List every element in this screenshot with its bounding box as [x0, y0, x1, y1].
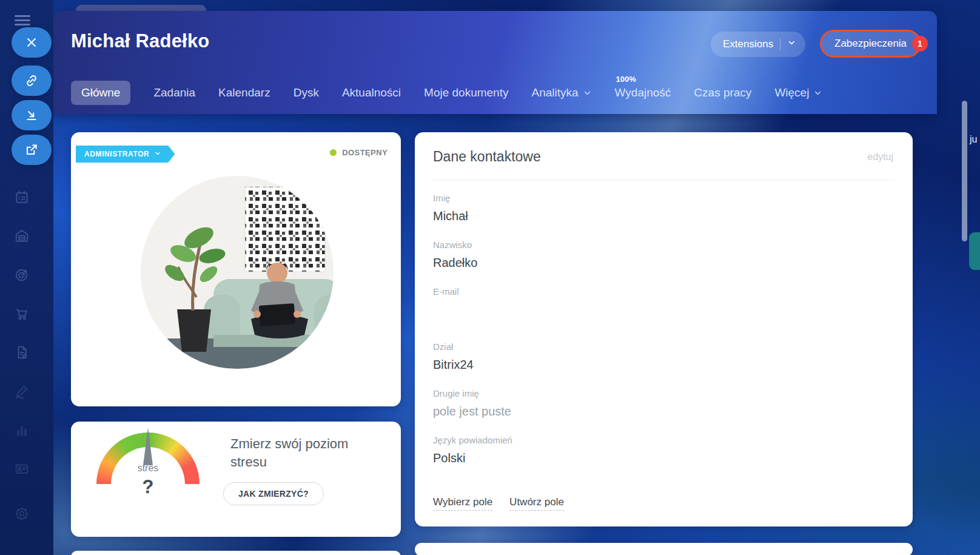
tab-label: Dysk: [294, 86, 319, 99]
sidebar-item-crm-target[interactable]: [12, 266, 32, 286]
open-external-button[interactable]: [12, 135, 52, 165]
scrollbar[interactable]: [962, 101, 967, 241]
page-title: Michał Radełko: [71, 30, 209, 52]
field-value: pole jest puste: [433, 403, 512, 419]
status-dot: [330, 149, 337, 156]
extensions-button[interactable]: Extensions: [711, 32, 805, 57]
clipped-text-fragment: ju: [970, 134, 977, 145]
gauge-label: stres: [96, 463, 200, 474]
tab-moje-dokumenty[interactable]: Moje dokumenty: [424, 86, 508, 99]
target-icon: [14, 267, 30, 285]
tab-label: Analityka: [531, 86, 578, 99]
tab-label: Więcej: [774, 86, 809, 99]
field-label: Drugie imię: [433, 388, 512, 399]
cart-icon: [14, 306, 30, 324]
profile-card: ADMINISTRATOR DOSTĘPNY: [71, 132, 401, 406]
field-value: [433, 301, 512, 326]
how-to-measure-button[interactable]: JAK ZMIERZYĆ?: [223, 482, 324, 505]
field-drugie-imie: Drugie imiępole jest puste: [433, 388, 512, 419]
sidebar-item-settings-gear[interactable]: [12, 505, 32, 525]
tab-label: Wydajność: [615, 86, 671, 99]
chevron-down-icon: [154, 150, 161, 159]
chevron-down-icon: [813, 89, 822, 98]
extensions-label: Extensions: [723, 38, 773, 50]
field-value: Bitrix24: [433, 357, 512, 372]
security-label: Zabezpieczenia: [834, 38, 907, 50]
sidebar-item-calendar[interactable]: [12, 188, 32, 209]
edit-link[interactable]: edytuj: [867, 152, 893, 163]
tab-czas-pracy[interactable]: Czas pracy: [694, 86, 751, 99]
contact-card: Dane kontaktowe edytuj ImięMichałNazwisk…: [415, 132, 913, 526]
close-button[interactable]: [12, 27, 52, 58]
contact-fields: ImięMichałNazwiskoRadełkoE-mailDziałBitr…: [433, 193, 512, 482]
divider: [780, 38, 780, 50]
field-label: Dział: [433, 341, 512, 352]
role-label: ADMINISTRATOR: [84, 150, 149, 158]
gear-icon: [14, 506, 30, 524]
copy-link-button[interactable]: [12, 66, 52, 96]
partial-card-right: [415, 543, 913, 555]
sidebar-item-e-signature[interactable]: [12, 382, 32, 403]
availability-status: DOSTĘPNY: [330, 148, 388, 157]
id-card-icon: [14, 461, 30, 479]
tab-label: Czas pracy: [694, 86, 751, 99]
divider: [433, 180, 894, 180]
close-icon: [24, 35, 39, 50]
tab-aktualnosci[interactable]: Aktualności: [342, 86, 401, 99]
external-link-icon: [24, 142, 39, 158]
link-icon: [24, 73, 39, 89]
tab-label: Kalendarz: [218, 86, 270, 99]
role-badge[interactable]: ADMINISTRATOR: [76, 146, 175, 163]
tab-kalendarz[interactable]: Kalendarz: [218, 86, 270, 99]
field-dzial: DziałBitrix24: [433, 341, 512, 372]
tab-label: Aktualności: [342, 86, 401, 99]
field-nazwisko: NazwiskoRadełko: [433, 240, 512, 271]
field-links: Wybierz poleUtwórz pole: [433, 496, 564, 511]
tab-glowne[interactable]: Główne: [71, 81, 130, 105]
tab-dysk[interactable]: Dysk: [294, 86, 319, 99]
sidebar-item-storage[interactable]: [12, 227, 32, 247]
tab-wydajnosc[interactable]: 100%Wydajność: [615, 86, 671, 99]
calendar-icon: [14, 189, 30, 207]
profile-photo: [141, 176, 334, 369]
security-badge: 1: [912, 36, 928, 52]
wybierz-pole-link[interactable]: Wybierz pole: [433, 496, 492, 511]
tab-wiecej[interactable]: Więcej: [774, 86, 822, 99]
tab-analityka[interactable]: Analityka: [531, 86, 591, 99]
status-label: DOSTĘPNY: [342, 148, 388, 157]
tab-zadania[interactable]: Zadania: [153, 86, 195, 99]
field-value: Radełko: [433, 255, 512, 271]
chevron-down-icon: [583, 89, 592, 98]
collapse-window-button[interactable]: [12, 100, 52, 130]
gauge-value: ?: [96, 476, 200, 498]
storage-icon: [14, 228, 30, 246]
partial-card-left: [71, 551, 401, 555]
field-value: Polski: [433, 450, 512, 466]
tab-label: Zadania: [153, 86, 195, 99]
field-imie: ImięMichał: [433, 193, 512, 224]
field-label: Imię: [433, 193, 512, 203]
field-jezyk-powiadomien: Język powiadomieńPolski: [433, 435, 512, 466]
utworz-pole-link[interactable]: Utwórz pole: [509, 496, 564, 511]
chevron-down-icon: [787, 38, 796, 50]
stress-title: Zmierz swój poziom stresu: [230, 435, 376, 471]
menu-hamburger-icon[interactable]: [15, 15, 30, 26]
stress-card: stres ? Zmierz swój poziom stresu JAK ZM…: [71, 422, 401, 537]
bitrix24-profile-page: ju Michał Radełko Extensions Zabezpiecze…: [0, 0, 980, 555]
sidebar-item-analytics-bars[interactable]: [12, 421, 32, 442]
tab-label: Moje dokumenty: [424, 86, 508, 99]
sidebar-item-contact-card[interactable]: [12, 460, 32, 480]
profile-nav-tabs: GłówneZadaniaKalendarzDyskAktualnościMoj…: [71, 78, 822, 108]
arrow-down-right-icon: [24, 107, 39, 123]
field-label: Nazwisko: [433, 240, 512, 250]
sidebar-item-document-sign[interactable]: [12, 343, 32, 364]
pencil-icon: [14, 383, 30, 402]
field-label: E-mail: [433, 286, 512, 297]
security-button[interactable]: Zabezpieczenia: [820, 30, 921, 58]
sidebar-item-shop-cart[interactable]: [12, 304, 32, 325]
bar-chart-icon: [14, 422, 30, 440]
field-value: Michał: [433, 208, 512, 224]
tab-label: Główne: [81, 86, 120, 99]
stress-gauge: stres ?: [96, 432, 200, 488]
clipped-panel-fragment: [969, 232, 980, 270]
